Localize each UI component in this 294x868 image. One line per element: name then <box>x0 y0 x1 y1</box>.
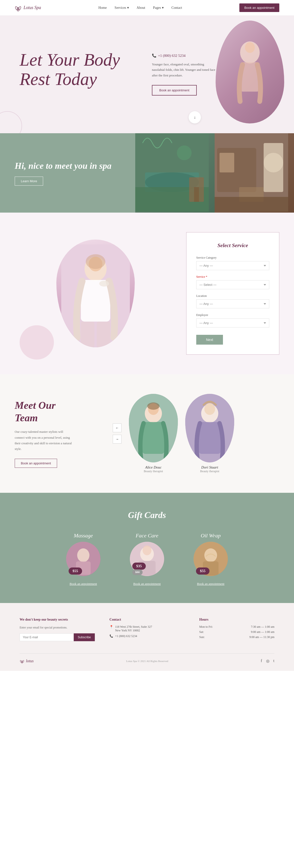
team-member-2: Dori Stuart Beauty therapist <box>185 394 234 473</box>
footer-hours-sat: Sat: 9:00 am — 1:00 am <box>199 630 274 634</box>
location-icon: 📍 <box>110 625 113 629</box>
instagram-icon[interactable]: ◎ <box>266 659 269 663</box>
service-section: Select Service Service Category — Any — … <box>0 213 294 374</box>
category-group: Service Category — Any — Massage Face Ca… <box>196 256 269 270</box>
nav-contact[interactable]: Contact <box>172 6 182 10</box>
svg-rect-18 <box>215 197 288 212</box>
hero-description: Younger face, elongated oval, smoothing … <box>152 62 215 78</box>
svg-rect-30 <box>142 422 165 454</box>
svg-point-19 <box>264 153 283 173</box>
footer-email-input[interactable] <box>20 633 74 641</box>
hero-title: Let Your Body Rest Today <box>20 50 142 89</box>
footer-contact-col: Contact 📍 118 West 27th Street, Suite 32… <box>110 618 185 641</box>
team-prev-btn[interactable]: ← <box>113 424 121 432</box>
hero-section: Let Your Body Rest Today 📞 +1 (800) 632 … <box>0 16 294 133</box>
svg-point-5 <box>245 42 255 53</box>
service-card-title: Select Service <box>196 242 269 249</box>
gift-card-3-label: Oil Wrap <box>184 532 238 539</box>
gift-appt-3[interactable]: Book an appointment <box>184 582 238 586</box>
team-section: Meet Our Team Our crazy-talented master … <box>0 374 294 493</box>
gift-card-2-img: $35 $80 <box>130 542 164 577</box>
learn-more-btn[interactable]: Learn More <box>15 177 43 186</box>
phone-footer-icon: 📞 <box>110 634 113 638</box>
gift-card-3-img: $55 <box>194 542 228 577</box>
service-person <box>15 240 176 347</box>
service-label: Service * <box>196 275 269 279</box>
gift-badge-2-old: $80 <box>132 569 143 575</box>
hero-image <box>215 21 284 123</box>
nav-services[interactable]: Services ▾ <box>115 6 129 10</box>
nav-home[interactable]: Home <box>98 6 107 10</box>
footer-promo-desc: Enter your email for special promotions. <box>20 625 95 630</box>
member-circle-2 <box>185 394 234 462</box>
meet-pool-svg <box>135 133 209 212</box>
gift-badge-3: $55 <box>196 567 209 575</box>
lotus-icon <box>15 4 22 11</box>
footer-copyright: Lotus Spa © 2021 All Rights Reserved <box>126 659 168 662</box>
gift-card-1: Massage $55 Book an appointment <box>56 532 110 586</box>
nav-about[interactable]: About <box>137 6 145 10</box>
team-next-btn[interactable]: → <box>113 435 121 443</box>
nav-pages[interactable]: Pages ▾ <box>153 6 164 10</box>
svg-point-26 <box>99 281 109 286</box>
team-member-1: Alice Douc Beauty therapist <box>129 394 178 473</box>
footer-lotus-icon <box>20 659 25 663</box>
gift-appt-2[interactable]: Book an appointment <box>120 582 174 586</box>
footer-logo: lotus <box>20 659 34 663</box>
footer-hours-sun: Sun: 9:00 am — 11:30 pm <box>199 635 274 639</box>
svg-point-38 <box>77 548 89 562</box>
person-circle <box>56 240 135 347</box>
service-card: Select Service Service Category — Any — … <box>186 232 279 354</box>
gift-card-2: Face Care $35 $80 Book an appointment <box>120 532 174 586</box>
meet-section: Hi, nice to meet you in spa Learn More <box>0 133 294 213</box>
svg-point-1 <box>15 6 19 10</box>
meet-room-svg <box>215 133 288 212</box>
team-arrows: ← → <box>113 424 121 443</box>
svg-rect-16 <box>219 153 234 173</box>
svg-point-43 <box>143 546 151 555</box>
team-title: Meet Our Team <box>15 399 98 424</box>
category-select[interactable]: — Any — Massage Face Care Body Care <box>196 261 269 270</box>
employee-group: Employee — Any — Alice Douc Dori Stuart <box>196 313 269 328</box>
service-group: Service * — Select — Classic Massage Dee… <box>196 275 269 289</box>
location-group: Location — Any — New York Los Angeles <box>196 294 269 308</box>
member-name-1: Alice Douc <box>129 465 178 469</box>
hero-phone: 📞 +1 (800) 632 5234 <box>152 53 185 58</box>
svg-point-36 <box>204 403 215 415</box>
nav-book-btn[interactable]: Book an appointment <box>239 3 279 12</box>
member-name-2: Dori Stuart <box>185 465 234 469</box>
hero-book-btn[interactable]: Book an appointment <box>152 85 197 95</box>
footer-email-row: Subscribe <box>20 633 95 641</box>
svg-point-49 <box>22 660 24 663</box>
next-btn[interactable]: Next <box>196 335 223 345</box>
footer: We don't keep our beauty secrets Enter y… <box>0 603 294 671</box>
employee-select[interactable]: — Any — Alice Douc Dori Stuart <box>196 318 269 328</box>
twitter-icon[interactable]: t <box>273 659 274 663</box>
gift-badge-2: $35 <box>132 563 146 570</box>
gift-appt-1[interactable]: Book an appointment <box>56 582 110 586</box>
gift-section: Gift Cards Massage $55 Book an appointme… <box>0 493 294 603</box>
footer-address: 📍 118 West 27th Street, Suite 327New Yor… <box>110 625 185 632</box>
scroll-down-btn[interactable]: ↓ <box>189 111 201 123</box>
member-circle-1 <box>129 394 178 462</box>
facebook-icon[interactable]: f <box>261 659 262 663</box>
nav-links: Home Services ▾ About Pages ▾ Contact <box>98 6 182 10</box>
svg-point-48 <box>20 660 22 663</box>
hero-left: Let Your Body Rest Today <box>20 50 142 99</box>
meet-img-2 <box>215 133 294 213</box>
svg-point-10 <box>177 146 192 160</box>
location-select[interactable]: — Any — New York Los Angeles <box>196 299 269 308</box>
footer-promo-title: We don't keep our beauty secrets <box>20 618 95 622</box>
team-book-btn[interactable]: Book an appointment <box>15 459 57 468</box>
footer-subscribe-btn[interactable]: Subscribe <box>74 633 94 641</box>
hero-image-placeholder <box>215 21 284 123</box>
meet-img-1 <box>135 133 215 213</box>
gift-card-1-img: $55 <box>66 542 100 577</box>
footer-contact-title: Contact <box>110 618 185 622</box>
meet-images <box>135 133 294 213</box>
gift-title: Gift Cards <box>15 510 279 520</box>
hero-deco-circle <box>0 111 22 133</box>
team-description: Our crazy-talented master stylists will … <box>15 429 74 452</box>
svg-point-45 <box>204 548 217 562</box>
service-select[interactable]: — Select — Classic Massage Deep Tissue F… <box>196 280 269 289</box>
